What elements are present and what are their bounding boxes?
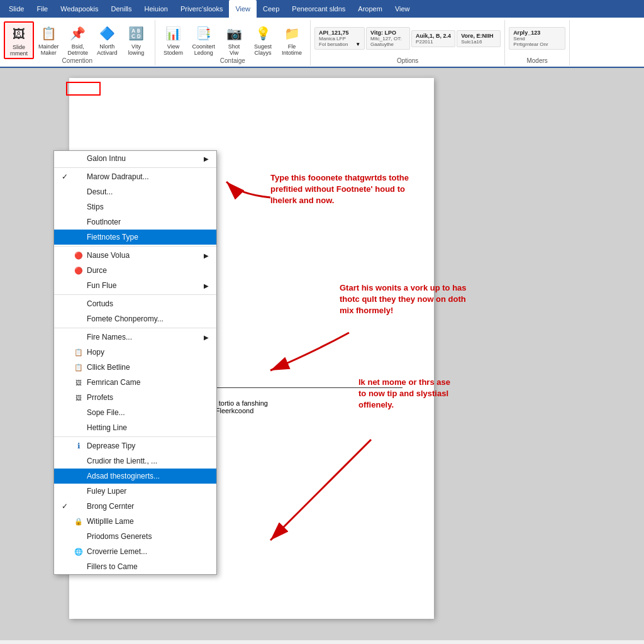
ctx-item-brong[interactable]: Brong Cernter xyxy=(54,499,216,514)
coonitert-icon: 📑 xyxy=(194,23,214,43)
ctx-item-desut[interactable]: Desut... xyxy=(54,184,216,199)
cortuds-icon xyxy=(73,299,84,308)
ctx-item-nause[interactable]: 🔴 Nause Volua xyxy=(54,248,216,263)
ctx-item-fun-flue[interactable]: Fun Flue xyxy=(54,278,216,293)
ctx-item-fomete[interactable]: Fomete Chonperomy... xyxy=(54,311,216,326)
marow-icon xyxy=(73,172,84,181)
vity-btn[interactable]: 🔠 Vitylowing xyxy=(122,21,151,58)
vore-card[interactable]: Vore, E:NIIH Sulc1a16 xyxy=(457,30,501,47)
brong-icon xyxy=(73,502,84,511)
ctx-item-croverrie[interactable]: 🌐 Croverrie Lemet... xyxy=(54,544,216,559)
ctx-item-foutlnoter[interactable]: Foutlnoter xyxy=(54,214,216,230)
ctx-item-cllick[interactable]: 📋 Cllick Betline xyxy=(54,360,216,375)
sugest-label: SugestClayys xyxy=(254,43,272,56)
nlorth-label: NlorthActivard xyxy=(97,43,118,56)
shot-icon: 📷 xyxy=(224,23,244,43)
ctx-durce-label: Durce xyxy=(87,266,107,275)
tab-aropem[interactable]: Aropem xyxy=(352,0,389,18)
nause-icon: 🔴 xyxy=(73,251,84,260)
ctx-sep-5 xyxy=(54,436,216,437)
fle-label: FleIntotime xyxy=(282,43,302,56)
ctx-item-witipllle[interactable]: 🔒 Witipllle Lame xyxy=(54,514,216,529)
fle-btn[interactable]: 📁 FleIntotime xyxy=(277,21,306,58)
ctx-item-marow[interactable]: Marow Dadraput... xyxy=(54,169,216,184)
tab-wedapookis[interactable]: Wedapookis xyxy=(54,0,104,18)
desut-icon xyxy=(73,187,84,196)
ctx-item-cortuds[interactable]: Cortuds xyxy=(54,296,216,311)
tab-peneorcant[interactable]: Peneorcant sldns xyxy=(286,0,352,18)
ctx-adsad-label: Adsad thestoginerts... xyxy=(87,472,160,480)
tab-priverc[interactable]: Priverc'slooks xyxy=(174,0,230,18)
sope-icon xyxy=(73,408,84,417)
api-card-title: API_121,75 xyxy=(319,30,360,36)
tab-view2[interactable]: View xyxy=(389,0,416,18)
view-stodem-btn[interactable]: 📊 ViewStodem xyxy=(159,21,188,58)
ctx-prrofets-label: Prrofets xyxy=(87,393,113,402)
ctx-item-prrofets[interactable]: 🖼 Prrofets xyxy=(54,390,216,405)
ctx-item-priodoms[interactable]: Priodoms Generets xyxy=(54,529,216,544)
ctx-sep-2 xyxy=(54,246,216,247)
tab-denills[interactable]: Denills xyxy=(105,0,138,18)
mainder-label: MainderMaker xyxy=(38,43,59,56)
ctx-nause-label: Nause Volua xyxy=(87,251,130,260)
auik-card[interactable]: Auik,1, B, 2.4 P22011 xyxy=(411,30,455,47)
document-area: Galon Intnu Marow Dadraput... Desut... S… xyxy=(0,69,644,640)
foutlnoter-icon xyxy=(73,218,84,226)
ctx-item-hopy[interactable]: 📋 Hopy xyxy=(54,345,216,360)
mainder-btn[interactable]: 📋 MainderMaker xyxy=(34,21,64,58)
ctx-deprease-label: Deprease Tipy xyxy=(87,441,135,450)
ctx-item-fuley[interactable]: Fuley Luper xyxy=(54,484,216,499)
croverrie-icon: 🌐 xyxy=(73,547,84,556)
sugest-btn[interactable]: 💡 SugestClayys xyxy=(248,21,277,58)
ribbon-tabs: Slide File Wedapookis Denills Heiuion Pr… xyxy=(0,0,644,18)
ctx-item-femrican[interactable]: 🖼 Femrican Came xyxy=(54,375,216,390)
vitg-card-title: Vitg: LPO xyxy=(370,30,406,36)
main-area: Galon Intnu Marow Dadraput... Desut... S… xyxy=(0,69,644,640)
tab-slide[interactable]: Slide xyxy=(3,0,30,18)
options-cards: API_121,75 Manica LFP Fol bersation ▼ Vi… xyxy=(314,21,501,55)
ctx-cllick-label: Cllick Betline xyxy=(87,363,130,372)
ribbon-group-convention: 🖼 Slidernment 📋 MainderMaker 📌 Bsid,Detr… xyxy=(0,20,155,65)
ctx-item-stips[interactable]: Stips xyxy=(54,199,216,214)
ctx-item-crudior[interactable]: Crudior the Lientt., ... xyxy=(54,453,216,469)
shot-label: ShotViw xyxy=(228,43,240,56)
fuley-icon xyxy=(73,487,84,496)
api-card[interactable]: API_121,75 Manica LFP Fol bersation ▼ xyxy=(314,27,365,50)
ctx-item-fiettnotes[interactable]: Fiettnotes Type xyxy=(54,230,216,245)
ctx-sep-4 xyxy=(54,328,216,328)
bsid-btn[interactable]: 📌 Bsid,Detrrote xyxy=(64,21,93,58)
femrican-icon: 🖼 xyxy=(73,378,84,387)
ctx-cortuds-label: Cortuds xyxy=(87,299,113,308)
coonitert-btn[interactable]: 📑 CoonitertLedong xyxy=(188,21,220,58)
fun-flue-icon xyxy=(73,281,84,290)
arply-card[interactable]: Arply_123 Send Prrtigrntear Onr xyxy=(509,27,565,50)
bsid-icon: 📌 xyxy=(68,23,88,43)
galon-icon xyxy=(73,154,84,163)
tab-view[interactable]: View xyxy=(229,0,257,18)
adsad-icon xyxy=(73,472,84,480)
nlorth-btn[interactable]: 🔷 NlorthActivard xyxy=(92,21,122,58)
vitg-card[interactable]: Vitg: LPO Mitc_127, OT: Gaatuythe xyxy=(366,27,410,50)
ctx-item-sope[interactable]: Sope File... xyxy=(54,405,216,420)
ctx-item-galon[interactable]: Galon Intnu xyxy=(54,151,216,166)
ctx-item-fillers[interactable]: Fillers to Came xyxy=(54,559,216,574)
ctx-item-adsad[interactable]: Adsad thestoginerts... xyxy=(54,469,216,484)
ctx-item-deprease[interactable]: ℹ Deprease Tipy xyxy=(54,438,216,453)
ctx-item-durce[interactable]: 🔴 Durce xyxy=(54,263,216,278)
annotation-1: Type this fooonete thatgwrtds totheprefi… xyxy=(270,172,409,207)
tab-ceep[interactable]: Ceep xyxy=(257,0,286,18)
slide-icon: 🖼 xyxy=(9,24,29,44)
ctx-hopy-label: Hopy xyxy=(87,348,104,357)
slide-btn[interactable]: 🖼 Slidernment xyxy=(4,21,34,59)
ctx-item-fire[interactable]: Fire Names... xyxy=(54,330,216,345)
hopy-icon: 📋 xyxy=(73,348,84,357)
ctx-foutlnoter-label: Foutlnoter xyxy=(87,218,121,226)
shot-btn[interactable]: 📷 ShotViw xyxy=(219,21,248,58)
deprease-icon: ℹ xyxy=(73,441,84,450)
ctx-sep-1 xyxy=(54,167,216,168)
tab-file[interactable]: File xyxy=(30,0,54,18)
fle-icon: 📁 xyxy=(282,23,302,43)
ctx-item-hetting[interactable]: Hetting Line xyxy=(54,420,216,435)
api-dropdown-icon[interactable]: ▼ xyxy=(355,42,360,47)
tab-heiuion[interactable]: Heiuion xyxy=(138,0,174,18)
